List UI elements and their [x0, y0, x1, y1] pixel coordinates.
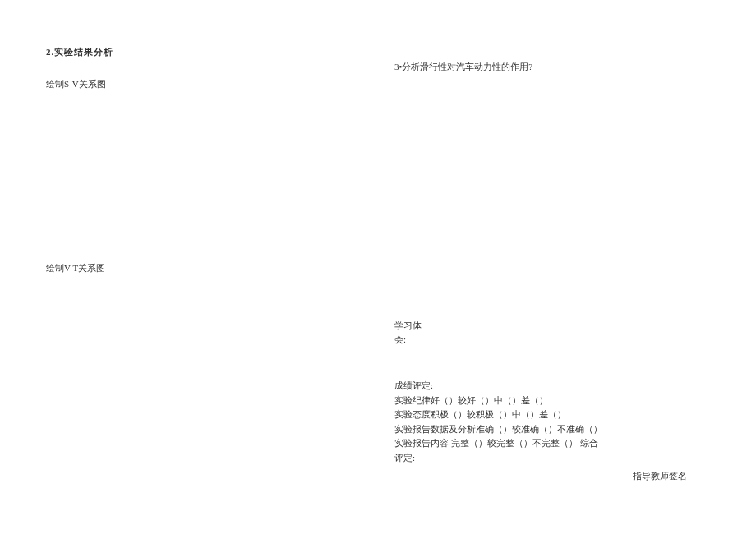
grade-data-accuracy: 实验报告数据及分析准确（）较准确（）不准确（） — [394, 422, 707, 437]
sv-chart-placeholder — [46, 110, 358, 262]
study-line-2: 会: — [394, 334, 406, 344]
grade-overall: 评定: — [394, 451, 707, 466]
study-experience-label: 学习体 会: — [394, 319, 707, 346]
grade-discipline: 实验纪律好（）较好（）中（）差（） — [394, 394, 707, 408]
instructor-signature-label: 指导教师签名 — [633, 470, 687, 482]
vt-chart-label: 绘制V-T关系图 — [46, 262, 358, 274]
left-column: 2.实验结果分析 绘制S-V关系图 绘制V-T关系图 — [46, 46, 358, 343]
grade-title: 成绩评定: — [394, 379, 707, 394]
grade-attitude: 实验态度积极（）较积极（）中（）差（） — [394, 408, 707, 422]
section-2-title: 2.实验结果分析 — [46, 46, 358, 58]
grade-content-complete: 实验报告内容 完整（）较完整（）不完整（） 综合 — [394, 436, 707, 451]
study-line-1: 学习体 — [394, 320, 422, 330]
study-grade-block: 学习体 会: 成绩评定: 实验纪律好（）较好（）中（）差（） 实验态度积极（）较… — [394, 319, 707, 466]
question-3: 3•分析滑行性对汽车动力性的作用? — [394, 61, 707, 73]
right-column: 3•分析滑行性对汽车动力性的作用? — [394, 61, 707, 93]
vt-chart-placeholder — [46, 294, 358, 343]
grade-block: 成绩评定: 实验纪律好（）较好（）中（）差（） 实验态度积极（）较积极（）中（）… — [394, 379, 707, 466]
sv-chart-label: 绘制S-V关系图 — [46, 78, 358, 90]
